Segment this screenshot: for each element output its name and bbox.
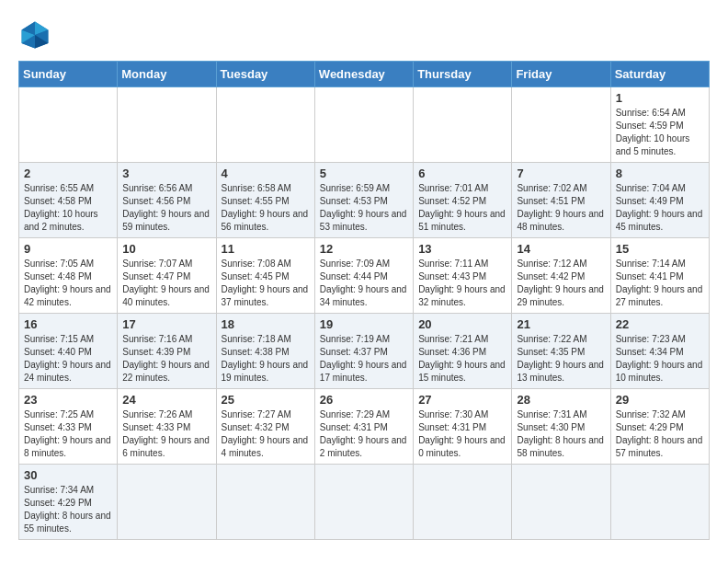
day-info: Sunrise: 7:30 AMSunset: 4:31 PMDaylight:… — [418, 408, 506, 460]
calendar-cell — [19, 87, 118, 163]
day-info: Sunrise: 7:27 AMSunset: 4:32 PMDaylight:… — [222, 408, 310, 460]
weekday-header-saturday: Saturday — [610, 62, 709, 87]
calendar-cell: 19Sunrise: 7:19 AMSunset: 4:37 PMDayligh… — [314, 314, 413, 389]
day-info: Sunrise: 6:58 AMSunset: 4:55 PMDaylight:… — [222, 182, 310, 234]
calendar-cell — [216, 87, 314, 163]
day-info: Sunrise: 7:25 AMSunset: 4:33 PMDaylight:… — [24, 408, 112, 460]
calendar-header-row: SundayMondayTuesdayWednesdayThursdayFrid… — [19, 62, 710, 87]
calendar: SundayMondayTuesdayWednesdayThursdayFrid… — [18, 61, 710, 540]
day-number: 19 — [320, 317, 408, 331]
day-info: Sunrise: 6:54 AMSunset: 4:59 PMDaylight:… — [616, 107, 704, 158]
day-info: Sunrise: 7:11 AMSunset: 4:43 PMDaylight:… — [418, 258, 506, 309]
day-number: 25 — [222, 393, 310, 407]
day-number: 3 — [122, 167, 210, 180]
day-number: 9 — [24, 242, 112, 256]
day-number: 18 — [222, 317, 310, 331]
calendar-cell: 30Sunrise: 7:34 AMSunset: 4:29 PMDayligh… — [19, 465, 118, 540]
day-number: 14 — [517, 242, 605, 256]
day-info: Sunrise: 7:12 AMSunset: 4:42 PMDaylight:… — [517, 258, 605, 309]
logo — [18, 18, 55, 52]
calendar-cell: 4Sunrise: 6:58 AMSunset: 4:55 PMDaylight… — [216, 163, 314, 238]
day-info: Sunrise: 7:18 AMSunset: 4:38 PMDaylight:… — [222, 333, 310, 385]
calendar-cell — [118, 87, 216, 163]
day-info: Sunrise: 7:31 AMSunset: 4:30 PMDaylight:… — [517, 408, 605, 460]
day-info: Sunrise: 7:16 AMSunset: 4:39 PMDaylight:… — [122, 333, 210, 385]
day-info: Sunrise: 6:59 AMSunset: 4:53 PMDaylight:… — [320, 182, 408, 234]
calendar-cell: 7Sunrise: 7:02 AMSunset: 4:51 PMDaylight… — [512, 163, 610, 238]
calendar-cell — [216, 465, 314, 540]
day-number: 8 — [616, 167, 704, 180]
day-info: Sunrise: 7:15 AMSunset: 4:40 PMDaylight:… — [24, 333, 112, 385]
calendar-cell — [512, 87, 610, 163]
day-number: 13 — [418, 242, 506, 256]
calendar-cell: 12Sunrise: 7:09 AMSunset: 4:44 PMDayligh… — [314, 238, 413, 314]
weekday-header-friday: Friday — [512, 62, 610, 87]
day-number: 17 — [122, 317, 210, 331]
calendar-week-5: 23Sunrise: 7:25 AMSunset: 4:33 PMDayligh… — [19, 389, 710, 465]
calendar-week-3: 9Sunrise: 7:05 AMSunset: 4:48 PMDaylight… — [19, 238, 710, 314]
calendar-week-6: 30Sunrise: 7:34 AMSunset: 4:29 PMDayligh… — [19, 465, 710, 540]
calendar-cell: 8Sunrise: 7:04 AMSunset: 4:49 PMDaylight… — [610, 163, 709, 238]
calendar-cell: 17Sunrise: 7:16 AMSunset: 4:39 PMDayligh… — [118, 314, 216, 389]
calendar-cell: 24Sunrise: 7:26 AMSunset: 4:33 PMDayligh… — [118, 389, 216, 465]
weekday-header-thursday: Thursday — [414, 62, 512, 87]
calendar-cell: 22Sunrise: 7:23 AMSunset: 4:34 PMDayligh… — [610, 314, 709, 389]
day-info: Sunrise: 6:56 AMSunset: 4:56 PMDaylight:… — [122, 182, 210, 234]
day-number: 21 — [517, 317, 605, 331]
day-number: 23 — [24, 393, 112, 407]
day-number: 1 — [616, 91, 704, 105]
weekday-header-monday: Monday — [118, 62, 216, 87]
day-number: 10 — [122, 242, 210, 256]
calendar-week-2: 2Sunrise: 6:55 AMSunset: 4:58 PMDaylight… — [19, 163, 710, 238]
day-number: 22 — [616, 317, 704, 331]
calendar-cell: 28Sunrise: 7:31 AMSunset: 4:30 PMDayligh… — [512, 389, 610, 465]
day-number: 7 — [517, 167, 605, 180]
calendar-cell: 10Sunrise: 7:07 AMSunset: 4:47 PMDayligh… — [118, 238, 216, 314]
calendar-cell: 6Sunrise: 7:01 AMSunset: 4:52 PMDaylight… — [414, 163, 512, 238]
weekday-header-sunday: Sunday — [19, 62, 118, 87]
calendar-cell — [314, 465, 413, 540]
calendar-cell: 3Sunrise: 6:56 AMSunset: 4:56 PMDaylight… — [118, 163, 216, 238]
calendar-cell: 21Sunrise: 7:22 AMSunset: 4:35 PMDayligh… — [512, 314, 610, 389]
calendar-week-4: 16Sunrise: 7:15 AMSunset: 4:40 PMDayligh… — [19, 314, 710, 389]
day-info: Sunrise: 7:04 AMSunset: 4:49 PMDaylight:… — [616, 182, 704, 234]
day-info: Sunrise: 7:08 AMSunset: 4:45 PMDaylight:… — [222, 258, 310, 309]
day-info: Sunrise: 7:14 AMSunset: 4:41 PMDaylight:… — [616, 258, 704, 309]
calendar-cell: 18Sunrise: 7:18 AMSunset: 4:38 PMDayligh… — [216, 314, 314, 389]
day-info: Sunrise: 7:05 AMSunset: 4:48 PMDaylight:… — [24, 258, 112, 309]
day-number: 24 — [122, 393, 210, 407]
calendar-cell: 26Sunrise: 7:29 AMSunset: 4:31 PMDayligh… — [314, 389, 413, 465]
calendar-cell — [414, 465, 512, 540]
day-number: 6 — [418, 167, 506, 180]
day-number: 15 — [616, 242, 704, 256]
day-number: 26 — [320, 393, 408, 407]
day-number: 12 — [320, 242, 408, 256]
day-info: Sunrise: 7:22 AMSunset: 4:35 PMDaylight:… — [517, 333, 605, 385]
calendar-cell: 25Sunrise: 7:27 AMSunset: 4:32 PMDayligh… — [216, 389, 314, 465]
calendar-week-1: 1Sunrise: 6:54 AMSunset: 4:59 PMDaylight… — [19, 87, 710, 163]
calendar-cell — [610, 465, 709, 540]
day-number: 5 — [320, 167, 408, 180]
calendar-cell: 5Sunrise: 6:59 AMSunset: 4:53 PMDaylight… — [314, 163, 413, 238]
weekday-header-wednesday: Wednesday — [314, 62, 413, 87]
day-info: Sunrise: 6:55 AMSunset: 4:58 PMDaylight:… — [24, 182, 112, 234]
day-number: 4 — [222, 167, 310, 180]
day-number: 11 — [222, 242, 310, 256]
day-number: 29 — [616, 393, 704, 407]
calendar-cell: 23Sunrise: 7:25 AMSunset: 4:33 PMDayligh… — [19, 389, 118, 465]
day-info: Sunrise: 7:26 AMSunset: 4:33 PMDaylight:… — [122, 408, 210, 460]
calendar-cell: 20Sunrise: 7:21 AMSunset: 4:36 PMDayligh… — [414, 314, 512, 389]
calendar-cell: 2Sunrise: 6:55 AMSunset: 4:58 PMDaylight… — [19, 163, 118, 238]
calendar-cell: 9Sunrise: 7:05 AMSunset: 4:48 PMDaylight… — [19, 238, 118, 314]
day-info: Sunrise: 7:32 AMSunset: 4:29 PMDaylight:… — [616, 408, 704, 460]
calendar-cell: 13Sunrise: 7:11 AMSunset: 4:43 PMDayligh… — [414, 238, 512, 314]
day-info: Sunrise: 7:02 AMSunset: 4:51 PMDaylight:… — [517, 182, 605, 234]
day-number: 16 — [24, 317, 112, 331]
day-number: 28 — [517, 393, 605, 407]
day-info: Sunrise: 7:34 AMSunset: 4:29 PMDaylight:… — [24, 484, 112, 535]
calendar-cell: 15Sunrise: 7:14 AMSunset: 4:41 PMDayligh… — [610, 238, 709, 314]
day-info: Sunrise: 7:21 AMSunset: 4:36 PMDaylight:… — [418, 333, 506, 385]
day-number: 20 — [418, 317, 506, 331]
calendar-cell: 1Sunrise: 6:54 AMSunset: 4:59 PMDaylight… — [610, 87, 709, 163]
day-info: Sunrise: 7:07 AMSunset: 4:47 PMDaylight:… — [122, 258, 210, 309]
